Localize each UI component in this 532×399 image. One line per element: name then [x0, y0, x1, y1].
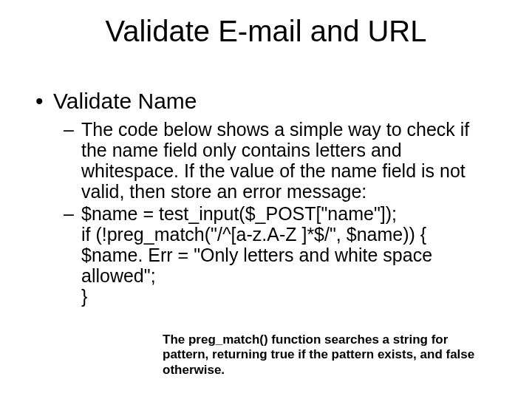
slide-body: Validate Name The code below shows a sim… — [34, 89, 498, 308]
bullet-lvl2-code: $name = test_input($_POST["name"]); if (… — [34, 203, 498, 307]
bullet-lvl1: Validate Name — [34, 89, 498, 115]
slide: Validate E-mail and URL Validate Name Th… — [0, 0, 532, 399]
slide-title: Validate E-mail and URL — [0, 15, 532, 48]
footnote: The preg_match() function searches a str… — [163, 332, 495, 378]
bullet-lvl2: The code below shows a simple way to che… — [34, 119, 498, 202]
